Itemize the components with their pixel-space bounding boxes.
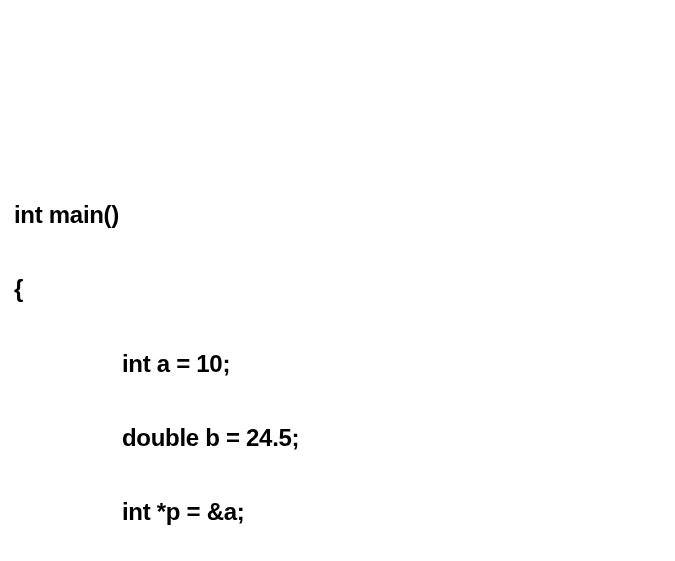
code-text: { — [14, 275, 23, 302]
code-text: double b = 24.5; — [122, 424, 299, 451]
code-line: int *p = &a; — [14, 493, 661, 530]
code-text: int *p = &a; — [122, 498, 244, 525]
code-line: double b = 24.5; — [14, 419, 661, 456]
code-text: int a = 10; — [122, 350, 230, 377]
code-line: { — [14, 270, 661, 307]
code-line: int main() — [14, 196, 661, 233]
code-snippet: int main() { int a = 10; double b = 24.5… — [14, 159, 661, 561]
code-text: int main() — [14, 201, 119, 228]
code-line: int a = 10; — [14, 345, 661, 382]
